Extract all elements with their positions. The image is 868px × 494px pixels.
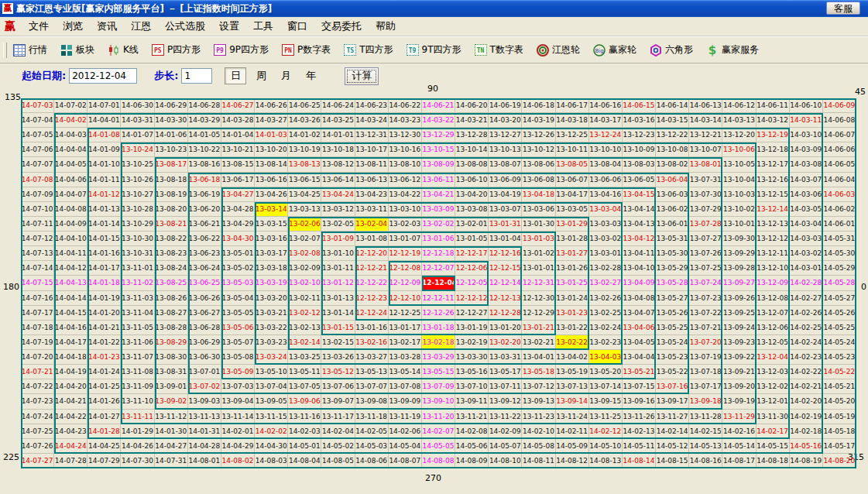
grid-cell[interactable]: 13-05-03 — [221, 276, 255, 290]
grid-cell[interactable]: 13-03-19 — [255, 276, 288, 290]
grid-cell[interactable]: 13-10-20 — [255, 142, 288, 157]
grid-cell[interactable]: 13-09-13 — [522, 394, 555, 409]
grid-cell[interactable]: 13-08-25 — [155, 276, 188, 290]
grid-cell[interactable]: 13-04-24 — [321, 187, 355, 202]
grid-cell[interactable]: 12-12-23 — [355, 291, 389, 306]
grid-cell[interactable]: 14-03-18 — [556, 113, 589, 128]
grid-cell[interactable]: 14-08-17 — [722, 454, 756, 468]
grid-cell[interactable]: 14-07-11 — [21, 217, 54, 232]
grid-cell[interactable]: 14-01-30 — [155, 424, 188, 439]
grid-cell[interactable]: 12-12-19 — [389, 246, 422, 261]
grid-cell[interactable]: 14-07-29 — [87, 454, 121, 468]
grid-cell[interactable]: 13-05-31 — [656, 232, 689, 246]
grid-cell[interactable]: 13-02-19 — [455, 335, 489, 350]
grid-cell[interactable]: 14-01-17 — [87, 261, 121, 276]
grid-cell[interactable]: 13-10-14 — [455, 142, 489, 157]
grid-cell[interactable]: 13-11-02 — [121, 276, 154, 290]
grid-cell[interactable]: 13-10-16 — [389, 142, 422, 157]
grid-cell[interactable]: 13-10-28 — [121, 202, 154, 217]
grid-cell[interactable]: 12-12-15 — [489, 261, 522, 276]
grid-cell[interactable]: 13-07-23 — [689, 291, 722, 306]
grid-cell[interactable]: 13-05-01 — [221, 246, 255, 261]
grid-cell[interactable]: 13-10-02 — [722, 202, 756, 217]
grid-cell[interactable]: 13-02-17 — [389, 335, 422, 350]
grid-cell[interactable]: 14-02-04 — [321, 424, 355, 439]
grid-cell[interactable]: 13-01-16 — [355, 321, 389, 335]
grid-cell[interactable]: 13-12-19 — [756, 128, 790, 142]
grid-cell[interactable]: 13-12-21 — [689, 128, 722, 142]
grid-cell[interactable]: 14-02-11 — [556, 424, 589, 439]
grid-cell[interactable]: 13-07-18 — [689, 365, 722, 379]
grid-cell[interactable]: 13-07-09 — [422, 379, 455, 394]
grid-cell[interactable]: 14-01-31 — [188, 424, 221, 439]
grid-cell[interactable]: 14-04-22 — [54, 410, 87, 424]
grid-cell[interactable]: 13-08-21 — [155, 217, 188, 232]
grid-cell[interactable]: 13-02-15 — [321, 335, 355, 350]
grid-cell[interactable]: 14-06-08 — [823, 113, 856, 128]
grid-cell[interactable]: 13-06-18 — [188, 173, 221, 187]
grid-cell[interactable]: 14-07-14 — [21, 261, 54, 276]
grid-cell[interactable]: 14-01-16 — [87, 246, 121, 261]
grid-cell[interactable]: 13-08-08 — [455, 157, 489, 172]
grid-cell[interactable]: 13-03-26 — [321, 350, 355, 365]
grid-cell[interactable]: 13-06-14 — [321, 173, 355, 187]
grid-cell[interactable]: 13-07-20 — [689, 335, 722, 350]
grid-cell[interactable]: 13-09-01 — [155, 379, 188, 394]
grid-cell[interactable]: 13-01-09 — [321, 232, 355, 246]
grid-cell[interactable]: 13-01-18 — [422, 321, 455, 335]
grid-cell[interactable]: 13-04-07 — [623, 306, 656, 321]
grid-cell[interactable]: 14-06-23 — [355, 98, 389, 113]
grid-cell[interactable]: 12-12-06 — [455, 261, 489, 276]
grid-cell[interactable]: 13-07-19 — [689, 350, 722, 365]
grid-cell[interactable]: 13-09-15 — [589, 394, 623, 409]
grid-cell[interactable]: 13-10-30 — [121, 232, 154, 246]
grid-cell[interactable]: 14-02-23 — [790, 350, 823, 365]
grid-cell[interactable]: 13-02-08 — [288, 246, 321, 261]
grid-cell[interactable]: 13-08-29 — [155, 335, 188, 350]
grid-cell[interactable]: 13-04-29 — [221, 217, 255, 232]
grid-cell[interactable]: 13-09-16 — [623, 394, 656, 409]
grid-cell[interactable]: 14-07-01 — [87, 98, 121, 113]
grid-cell[interactable]: 13-09-02 — [155, 394, 188, 409]
grid-cell[interactable]: 14-05-03 — [355, 439, 389, 454]
grid-cell[interactable]: 12-12-07 — [422, 261, 455, 276]
grid-cell[interactable]: 13-04-23 — [355, 187, 389, 202]
grid-cell[interactable]: 14-06-01 — [823, 217, 856, 232]
grid-cell[interactable]: 14-01-06 — [155, 128, 188, 142]
grid-cell[interactable]: 12-12-26 — [422, 306, 455, 321]
grid-cell[interactable]: 13-12-28 — [455, 128, 489, 142]
grid-cell[interactable]: 14-06-11 — [756, 98, 790, 113]
grid-cell[interactable]: 14-02-24 — [790, 335, 823, 350]
grid-cell[interactable]: 14-05-14 — [722, 439, 756, 454]
grid-cell[interactable]: 13-09-09 — [389, 394, 422, 409]
grid-cell[interactable]: 13-11-16 — [288, 410, 321, 424]
grid-cell[interactable]: 13-02-03 — [389, 217, 422, 232]
grid-cell[interactable]: 13-07-25 — [689, 261, 722, 276]
grid-cell[interactable]: 13-03-02 — [589, 232, 623, 246]
grid-cell[interactable]: 13-03-30 — [455, 350, 489, 365]
grid-cell[interactable]: 14-06-13 — [689, 98, 722, 113]
grid-cell[interactable]: 14-05-21 — [823, 379, 856, 394]
grid-cell[interactable]: 13-06-19 — [188, 187, 221, 202]
grid-cell[interactable]: 13-12-16 — [756, 173, 790, 187]
grid-cell[interactable]: 13-01-11 — [321, 261, 355, 276]
grid-cell[interactable]: 14-04-08 — [54, 202, 87, 217]
grid-cell[interactable]: 14-07-10 — [21, 202, 54, 217]
grid-cell[interactable]: 14-01-23 — [87, 350, 121, 365]
grid-cell[interactable]: 14-07-28 — [54, 454, 87, 468]
grid-cell[interactable]: 13-04-14 — [623, 202, 656, 217]
grid-cell[interactable]: 14-03-02 — [790, 246, 823, 261]
grid-cell[interactable]: 13-10-29 — [121, 217, 154, 232]
grid-cell[interactable]: 14-07-17 — [21, 306, 54, 321]
grid-cell[interactable]: 13-01-13 — [321, 291, 355, 306]
grid-cell[interactable]: 13-06-09 — [489, 173, 522, 187]
grid-cell[interactable]: 14-08-19 — [790, 454, 823, 468]
grid-cell[interactable]: 14-01-21 — [87, 321, 121, 335]
grid-cell[interactable]: 13-11-04 — [121, 306, 154, 321]
grid-cell[interactable]: 13-01-29 — [556, 217, 589, 232]
grid-cell[interactable]: 13-02-11 — [288, 291, 321, 306]
grid-cell[interactable]: 13-08-22 — [155, 232, 188, 246]
grid-cell[interactable]: 13-02-16 — [355, 335, 389, 350]
grid-cell[interactable]: 13-03-21 — [255, 306, 288, 321]
grid-cell[interactable]: 13-08-18 — [155, 173, 188, 187]
